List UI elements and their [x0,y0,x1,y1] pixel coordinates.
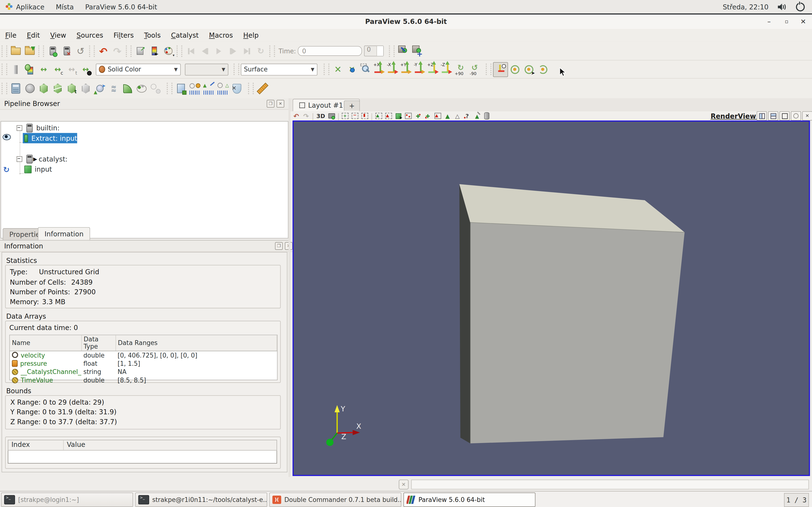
camera-minus-z-button[interactable]: -Z [440,62,454,76]
rescale-to-visible-range-button[interactable]: ↔ [79,62,93,76]
color-palette-button[interactable]: ▾ [161,44,175,58]
probe-location-button[interactable]: △ [216,81,230,96]
menu-edit[interactable]: Edit [22,30,45,41]
tooltip-select-button[interactable]: ? [463,112,471,120]
loop-button[interactable]: ↻ [254,44,268,58]
camera-redo-icon[interactable]: ↷ [302,112,310,120]
col-data-ranges[interactable]: Data Ranges [115,335,277,351]
camera-plus-z-button[interactable]: +Z [427,62,440,76]
pipeline-node-input[interactable]: input [24,164,283,174]
time-index-spinner[interactable]: 0 [364,46,384,56]
auto-apply-button[interactable]: ➚ [133,44,147,58]
visibility-eye-icon[interactable] [3,134,11,140]
redo-button[interactable]: ↷ [110,44,124,58]
clock[interactable]: Středa, 22:10 [723,3,768,11]
live-source-icon[interactable]: ↻ [3,165,10,175]
zoom-to-box-button[interactable] [359,62,373,76]
render-viewport[interactable]: Y X Z [293,120,810,476]
pipeline-node-catalyst[interactable]: ▶ catalyst: [17,154,286,164]
menu-macros[interactable]: Macros [204,30,238,41]
places-menu[interactable]: Místa [50,0,79,13]
adjust-camera-button[interactable] [327,112,336,120]
applications-menu[interactable]: Aplikace [0,0,50,13]
menu-view[interactable]: View [45,30,71,41]
active-app-menu[interactable]: ParaView 5.6.0 64-bit [80,0,163,13]
workspace-pager[interactable]: 1 / 3 [784,493,809,507]
reset-camera-button[interactable]: ✕ [331,62,345,76]
array-row[interactable]: __CatalystChannel__ string NA [10,368,277,376]
pick-center-button[interactable]: ➤ [522,62,536,76]
hover-points-button[interactable]: △ [453,112,461,120]
value-table-empty-row[interactable] [8,451,277,463]
camera-plus-x-button[interactable]: +X [373,62,387,76]
menu-help[interactable]: Help [238,30,264,41]
color-component-combo[interactable]: ▼ [185,63,229,75]
tab-information[interactable]: Information [38,227,90,240]
menu-file[interactable]: File [0,30,22,41]
camera-minus-y-button[interactable]: -Y [413,62,427,76]
camera-undo-icon[interactable]: ↶ [292,112,300,120]
disconnect-server-button[interactable]: ✕ [59,44,73,58]
show-center-button[interactable] [508,62,522,76]
catalyst-connect-button[interactable] [396,44,410,58]
menu-filters[interactable]: Filters [108,30,139,41]
reset-center-button[interactable] [536,62,550,76]
catalyst-set-breakpoint-button[interactable]: + [410,44,424,58]
minimize-button[interactable]: – [762,17,776,26]
plot-selection-over-time-button[interactable]: ▲ [202,81,216,96]
extract-subset-filter-button[interactable] [79,81,93,96]
col-name[interactable]: Name [10,335,82,351]
select-block-button[interactable]: ➤ [394,112,402,120]
col-index[interactable]: Index [8,440,63,450]
undo-button[interactable]: ↶ [96,44,110,58]
rescale-to-data-range-button[interactable]: ↔ [37,62,51,76]
camera-minus-x-button[interactable]: -X [387,62,400,76]
menu-catalyst[interactable]: Catalyst [166,30,204,41]
measure-ruler-button[interactable] [255,81,269,96]
camera-plus-y-button[interactable]: +Y [400,62,413,76]
close-view-button[interactable]: ✕ [802,111,812,121]
hover-cells-button[interactable]: ▲ [444,112,452,120]
maximize-view-button[interactable] [779,111,790,121]
render-view-title[interactable]: RenderView1 [711,112,761,120]
new-layout-tab[interactable]: + [344,101,360,111]
interactive-select-points-button[interactable]: ✚ [414,112,422,120]
color-legend-toggle-button[interactable] [9,62,23,76]
split-vertical-button[interactable] [768,111,778,121]
collapse-icon[interactable] [17,125,22,131]
panel-splitter[interactable] [289,98,291,477]
plot-over-line-button[interactable] [188,81,202,96]
histogram-button[interactable]: ✕ [230,81,244,96]
pipeline-close-button[interactable]: ✕ [276,100,284,108]
threshold-filter-button[interactable]: t [65,81,79,96]
select-points-rect-button[interactable]: − [351,112,359,120]
annotation-edit-button[interactable]: ▲ [473,112,481,120]
color-map-editor-button[interactable]: ► [147,44,161,58]
detach-view-button[interactable] [791,111,801,121]
cylinder-widget-icon[interactable] [483,112,491,120]
rescale-to-custom-range-button[interactable]: ↔c [51,62,65,76]
array-row[interactable]: pressure float [1, 1.5] [10,359,277,368]
array-row[interactable]: TimeValue double [8.5, 8.5] [10,376,277,384]
rotate-90-cw-button[interactable]: ↻+90 [454,62,468,76]
first-frame-button[interactable] [184,44,198,58]
taskbar-window-terminal1[interactable]: >_ [strakpe@login1:~] [1,492,133,507]
representation-combo[interactable]: Surface ▼ [241,63,317,75]
abort-progress-button[interactable]: ✕ [399,480,409,489]
interactive-select-cells-button[interactable] [404,112,412,120]
next-frame-button[interactable] [226,44,240,58]
select-cells-polygon-button[interactable] [361,112,369,120]
pipeline-float-button[interactable]: ❐ [267,100,274,108]
taskbar-window-paraview[interactable]: ParaView 5.6.0 64-bit [403,492,535,507]
pipeline-node-extract-input[interactable]: Extract: input [23,133,77,144]
rotate-90-ccw-button[interactable]: ↺-90 [468,62,481,76]
interaction-mode-3d-button[interactable]: 3D [316,112,326,120]
save-data-button[interactable]: ▼ [23,44,37,58]
taskbar-window-double-commander[interactable]: )( Double Commander 0.7.1 beta build... [269,492,401,507]
power-icon[interactable] [796,2,805,11]
clip-filter-button[interactable] [37,81,51,96]
grow-selection-button[interactable]: ✚ [424,112,432,120]
time-value-input[interactable] [298,46,362,56]
collapse-icon[interactable] [17,156,22,162]
col-data-type[interactable]: Data Type [81,335,115,351]
